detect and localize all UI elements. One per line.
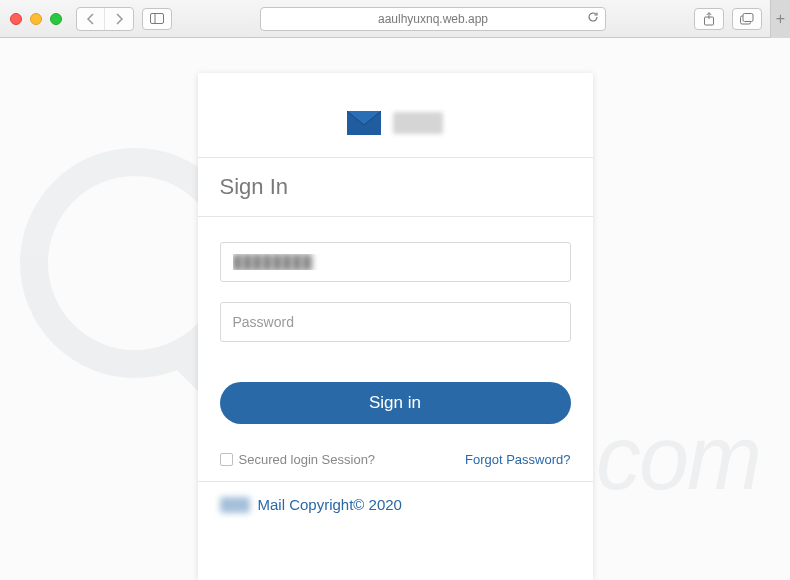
window-controls <box>10 13 62 25</box>
envelope-icon <box>347 111 381 135</box>
nav-buttons <box>76 7 134 31</box>
back-button[interactable] <box>77 8 105 30</box>
password-input[interactable] <box>220 302 571 342</box>
card-footer: Mail Copyright© 2020 <box>198 482 593 531</box>
secured-session-label: Secured login Session? <box>239 452 376 467</box>
checkbox-icon <box>220 453 233 466</box>
minimize-window-icon[interactable] <box>30 13 42 25</box>
heading-section: Sign In <box>198 157 593 217</box>
sidebar-toggle-button[interactable] <box>142 8 172 30</box>
browser-toolbar: aaulhyuxnq.web.app + <box>0 0 790 38</box>
tabs-button[interactable] <box>732 8 762 30</box>
svg-rect-4 <box>743 13 753 21</box>
maximize-window-icon[interactable] <box>50 13 62 25</box>
forward-button[interactable] <box>105 8 133 30</box>
reload-icon[interactable] <box>587 11 599 26</box>
share-button[interactable] <box>694 8 724 30</box>
new-tab-button[interactable]: + <box>770 0 790 38</box>
signin-heading: Sign In <box>220 174 571 200</box>
logo-section <box>198 73 593 157</box>
secured-session-checkbox[interactable]: Secured login Session? <box>220 452 376 467</box>
options-row: Secured login Session? Forgot Password? <box>198 434 593 482</box>
signin-button[interactable]: Sign in <box>220 382 571 424</box>
toolbar-right <box>694 8 762 30</box>
close-window-icon[interactable] <box>10 13 22 25</box>
login-form: Sign in <box>198 217 593 434</box>
forgot-password-link[interactable]: Forgot Password? <box>465 452 571 467</box>
page-content: risk.com Sign In Sign in Secured <box>0 38 790 580</box>
signin-card: Sign In Sign in Secured login Session? F… <box>198 73 593 580</box>
brand-text-redacted <box>393 112 443 134</box>
svg-rect-0 <box>151 14 164 24</box>
url-text: aaulhyuxnq.web.app <box>378 12 488 26</box>
footer-brand-redacted <box>220 497 250 513</box>
username-input[interactable] <box>220 242 571 282</box>
copyright-text: Mail Copyright© 2020 <box>258 496 402 513</box>
address-bar[interactable]: aaulhyuxnq.web.app <box>260 7 606 31</box>
